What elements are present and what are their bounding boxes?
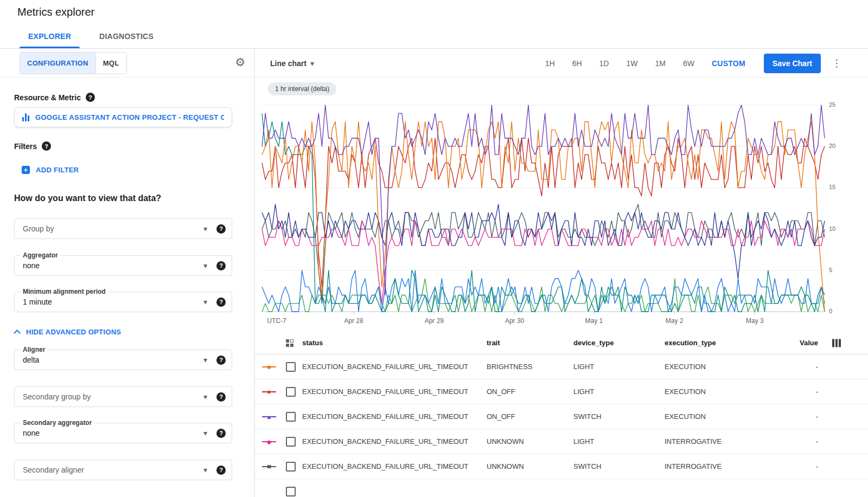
table-header: status trait device_type execution_type … xyxy=(255,332,868,354)
help-icon[interactable]: ? xyxy=(42,141,51,151)
advanced-toggle-label: HIDE ADVANCED OPTIONS xyxy=(26,328,121,336)
mql-tab[interactable]: MQL xyxy=(95,53,126,74)
cell-status: EXECUTION_BACKEND_FAILURE_URL_TIMEOUT xyxy=(302,363,487,371)
chevron-down-icon: ▾ xyxy=(203,356,207,364)
add-filter-button[interactable]: + ADD FILTER xyxy=(22,166,79,174)
x-tick-label: May 3 xyxy=(746,317,764,325)
more-options-icon[interactable]: ⋮ xyxy=(832,58,842,68)
cell-value: - xyxy=(768,462,819,470)
cell-status: EXECUTION_BACKEND_FAILURE_URL_TIMEOUT xyxy=(302,462,487,470)
metric-selector-chip[interactable]: GOOGLE ASSISTANT ACTION PROJECT - REQUES… xyxy=(14,107,232,127)
filters-section: Filters ? xyxy=(14,141,51,151)
add-filter-label: ADD FILTER xyxy=(36,166,79,174)
time-range-1d[interactable]: 1D xyxy=(591,59,618,68)
chevron-down-icon: ▾ xyxy=(203,466,207,474)
secondary-aligner-field[interactable]: Secondary aligner ▾ ? xyxy=(14,460,232,480)
metrics-explorer-page: Metrics explorer EXPLORER DIAGNOSTICS CO… xyxy=(0,0,868,497)
cell-status: EXECUTION_BACKEND_FAILURE_URL_TIMEOUT xyxy=(302,412,487,421)
sidebar-toolbar: CONFIGURATION MQL ⚙ xyxy=(0,49,254,78)
series-marker-icon: ✖ xyxy=(262,463,276,470)
column-execution-type: execution_type xyxy=(665,339,768,347)
row-checkbox[interactable] xyxy=(286,487,296,496)
config-mql-toggle: CONFIGURATION MQL xyxy=(20,52,127,74)
configuration-tab[interactable]: CONFIGURATION xyxy=(20,53,95,74)
min-alignment-field[interactable]: Minimum alignment period 1 minute ▾ ? xyxy=(14,292,232,312)
cell-execution-type: EXECUTION xyxy=(665,412,768,421)
aggregator-label: Aggregator xyxy=(20,251,61,259)
row-checkbox[interactable] xyxy=(286,412,296,422)
resource-metric-label: Resource & Metric xyxy=(14,93,81,102)
table-row[interactable]: ◆ EXECUTION_BACKEND_FAILURE_URL_TIMEOUT … xyxy=(255,429,868,454)
time-range-custom[interactable]: CUSTOM xyxy=(703,59,754,68)
x-tick-label: Apr 30 xyxy=(505,317,524,325)
cell-trait: ON_OFF xyxy=(487,388,573,396)
aligner-field[interactable]: Aligner delta ▾ ? xyxy=(14,350,232,370)
line-chart[interactable] xyxy=(262,104,825,315)
tab-diagnostics[interactable]: DIAGNOSTICS xyxy=(85,24,168,48)
help-icon[interactable]: ? xyxy=(216,224,226,234)
help-icon[interactable]: ? xyxy=(216,356,226,365)
column-status: status xyxy=(302,339,487,347)
secondary-aggregator-value: none xyxy=(23,429,203,437)
help-icon[interactable]: ? xyxy=(216,429,226,438)
y-tick-label: 15 xyxy=(829,184,835,190)
time-range-1m[interactable]: 1M xyxy=(646,59,674,68)
column-device-type: device_type xyxy=(573,339,665,347)
secondary-group-by-field[interactable]: Secondary group by ▾ ? xyxy=(14,386,232,407)
time-range-1w[interactable]: 1W xyxy=(617,59,646,68)
column-settings-icon[interactable] xyxy=(832,339,841,347)
settings-gear-icon[interactable]: ⚙ xyxy=(235,56,245,68)
y-tick-label: 5 xyxy=(829,267,832,273)
help-icon[interactable]: ? xyxy=(86,93,95,102)
time-range-6h[interactable]: 6H xyxy=(564,59,591,68)
time-range-1h[interactable]: 1H xyxy=(537,59,564,68)
table-row[interactable]: ★ EXECUTION_BACKEND_FAILURE_URL_TIMEOUT … xyxy=(255,379,868,404)
chevron-down-icon: ▾ xyxy=(203,298,207,306)
cell-trait: BRIGHTNESS xyxy=(487,363,573,371)
help-icon[interactable]: ? xyxy=(216,466,226,475)
row-checkbox[interactable] xyxy=(286,387,296,397)
save-chart-button[interactable]: Save Chart xyxy=(764,54,821,73)
cell-device-type: LIGHT xyxy=(573,388,665,396)
y-tick-label: 25 xyxy=(829,101,835,108)
y-axis-labels: 0510152025 xyxy=(829,78,845,332)
row-checkbox[interactable] xyxy=(286,362,296,372)
aligner-value: delta xyxy=(23,356,203,364)
help-icon[interactable]: ? xyxy=(216,261,226,270)
group-by-field[interactable]: Group by ▾ ? xyxy=(14,218,232,239)
row-checkbox[interactable] xyxy=(286,462,296,472)
cell-device-type: LIGHT xyxy=(573,363,665,371)
help-icon[interactable]: ? xyxy=(216,392,226,402)
tab-bar: EXPLORER DIAGNOSTICS xyxy=(0,24,868,49)
secondary-aggregator-field[interactable]: Secondary aggregator none ▾ ? xyxy=(14,423,232,443)
metric-chip-label: GOOGLE ASSISTANT ACTION PROJECT - REQUES… xyxy=(35,113,224,121)
page-title: Metrics explorer xyxy=(17,6,94,18)
table-row[interactable]: ■ EXECUTION_BACKEND_FAILURE_URL_TIMEOUT … xyxy=(255,354,868,379)
aligner-label: Aligner xyxy=(20,346,48,353)
row-checkbox[interactable] xyxy=(286,437,296,447)
secondary-aggregator-label: Secondary aggregator xyxy=(20,419,94,427)
secondary-aligner-placeholder: Secondary aligner xyxy=(23,466,203,474)
x-tick-label: May 1 xyxy=(585,317,603,325)
chevron-up-icon xyxy=(14,330,21,337)
chart-type-dropdown[interactable]: Line chart ▾ xyxy=(270,59,314,68)
table-row-partial[interactable] xyxy=(255,479,868,497)
x-tick-label: May 2 xyxy=(666,317,684,325)
hide-advanced-options-toggle[interactable]: HIDE ADVANCED OPTIONS xyxy=(15,328,121,336)
time-range-6w[interactable]: 6W xyxy=(674,59,703,68)
group-by-placeholder: Group by xyxy=(23,224,203,233)
cell-value: - xyxy=(768,412,819,421)
tab-explorer[interactable]: EXPLORER xyxy=(14,24,85,48)
configuration-sidebar: CONFIGURATION MQL ⚙ Resource & Metric ? … xyxy=(0,49,255,497)
table-row[interactable]: ✖ EXECUTION_BACKEND_FAILURE_URL_TIMEOUT … xyxy=(255,454,868,479)
content: CONFIGURATION MQL ⚙ Resource & Metric ? … xyxy=(0,49,868,497)
aggregator-field[interactable]: Aggregator none ▾ ? xyxy=(14,255,232,276)
chart-toolbar: Line chart ▾ 1H 6H 1D 1W 1M 6W CUSTOM Sa… xyxy=(255,49,868,78)
legend-grid-icon[interactable] xyxy=(286,339,293,347)
help-icon[interactable]: ? xyxy=(216,298,226,307)
cell-value: - xyxy=(768,388,819,396)
secondary-group-by-placeholder: Secondary group by xyxy=(23,392,203,401)
table-row[interactable]: ▲ EXECUTION_BACKEND_FAILURE_URL_TIMEOUT … xyxy=(255,404,868,429)
aggregator-value: none xyxy=(23,261,203,270)
min-alignment-value: 1 minute xyxy=(23,298,203,306)
